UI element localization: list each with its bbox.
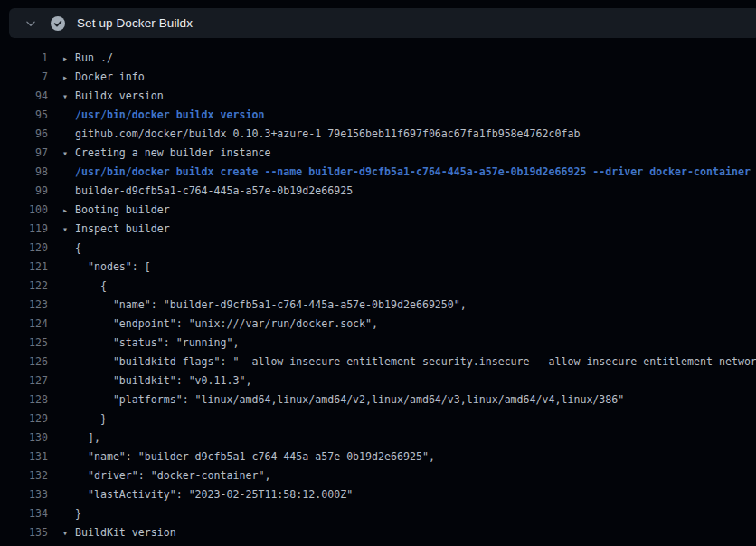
log-text: {	[75, 279, 107, 292]
line-number[interactable]: 136	[0, 542, 48, 546]
command-text: /usr/bin/docker buildx create --name bui…	[75, 165, 751, 178]
line-number[interactable]: 131	[0, 447, 48, 466]
line-number[interactable]: 100	[0, 201, 48, 220]
line-number[interactable]: 121	[0, 258, 48, 277]
log-line: 126 "buildkitd-flags": "--allow-insecure…	[0, 353, 756, 372]
log-text: "driver": "docker-container",	[75, 469, 270, 482]
step-header[interactable]: Set up Docker Buildx	[9, 8, 756, 38]
log-line: 133 "lastActivity": "2023-02-25T11:58:12…	[0, 485, 756, 504]
line-number[interactable]: 130	[0, 428, 48, 447]
line-number[interactable]: 123	[0, 296, 48, 315]
group-title[interactable]: Run ./	[75, 52, 113, 64]
log-line: 100▸Booting builder	[0, 201, 756, 220]
log-line: 125 "status": "running",	[0, 334, 756, 353]
line-number[interactable]: 135	[0, 523, 48, 542]
log-text: "buildkit": "v0.11.3",	[75, 374, 251, 387]
line-number[interactable]: 119	[0, 220, 48, 239]
step-title: Set up Docker Buildx	[77, 16, 193, 30]
log-line: 119▾Inspect builder	[0, 220, 756, 239]
log-line: 97▾Creating a new builder instance	[0, 144, 756, 163]
group-title[interactable]: BuildKit version	[75, 526, 176, 539]
log-viewer: 1▸Run ./7▸Docker info94▾Buildx version95…	[0, 38, 756, 546]
log-line: 134}	[0, 504, 756, 523]
group-title[interactable]: Creating a new builder instance	[75, 146, 270, 159]
log-text: "name": "builder-d9cfb5a1-c764-445a-a57e…	[75, 298, 467, 311]
log-line: 124 "endpoint": "unix:///var/run/docker.…	[0, 315, 756, 334]
command-text: /usr/bin/docker buildx version	[75, 108, 264, 121]
line-number[interactable]: 127	[0, 372, 48, 391]
line-number[interactable]: 98	[0, 163, 48, 182]
line-number[interactable]: 128	[0, 391, 48, 410]
line-number[interactable]: 96	[0, 125, 48, 144]
line-number[interactable]: 7	[0, 68, 48, 87]
log-text: {	[75, 241, 81, 254]
log-line: 7▸Docker info	[0, 68, 756, 87]
line-number[interactable]: 97	[0, 144, 48, 163]
log-text: "nodes": [	[75, 260, 151, 273]
log-line: 136builder-d9cfb5a1-c764-445a-a57e-0b19d…	[0, 542, 756, 546]
log-line: 99builder-d9cfb5a1-c764-445a-a57e-0b19d2…	[0, 182, 756, 201]
log-text: }	[75, 412, 107, 425]
line-number[interactable]: 122	[0, 277, 48, 296]
log-text: "endpoint": "unix:///var/run/docker.sock…	[75, 317, 378, 330]
group-title[interactable]: Booting builder	[75, 203, 170, 216]
line-number[interactable]: 134	[0, 504, 48, 523]
chevron-collapsed-icon[interactable]: ▸	[62, 201, 75, 220]
chevron-expanded-icon[interactable]: ▾	[62, 87, 75, 106]
line-number[interactable]: 95	[0, 106, 48, 125]
chevron-expanded-icon[interactable]: ▾	[62, 220, 75, 239]
log-line: 1▸Run ./	[0, 49, 756, 68]
log-text: ],	[75, 431, 100, 444]
log-line: 121 "nodes": [	[0, 258, 756, 277]
log-line: 96github.com/docker/buildx 0.10.3+azure-…	[0, 125, 756, 144]
line-number[interactable]: 124	[0, 315, 48, 334]
log-text: }	[75, 507, 81, 520]
log-line: 130 ],	[0, 428, 756, 447]
log-line: 135▾BuildKit version	[0, 523, 756, 542]
log-text: "lastActivity": "2023-02-25T11:58:12.000…	[75, 488, 353, 501]
log-line: 120{	[0, 239, 756, 258]
log-text: "name": "builder-d9cfb5a1-c764-445a-a57e…	[75, 450, 435, 463]
chevron-collapsed-icon[interactable]: ▸	[62, 49, 75, 68]
chevron-expanded-icon[interactable]: ▾	[62, 523, 75, 542]
log-text: "platforms": "linux/amd64,linux/amd64/v2…	[75, 393, 624, 406]
log-line: 95/usr/bin/docker buildx version	[0, 106, 756, 125]
line-number[interactable]: 133	[0, 485, 48, 504]
line-number[interactable]: 126	[0, 353, 48, 372]
log-text: builder-d9cfb5a1-c764-445a-a57e-0b19d2e6…	[75, 184, 353, 197]
chevron-down-icon[interactable]	[24, 16, 38, 31]
line-number[interactable]: 129	[0, 410, 48, 428]
group-title[interactable]: Docker info	[75, 71, 145, 83]
group-title[interactable]: Buildx version	[75, 89, 164, 102]
log-text: "status": "running",	[75, 336, 239, 349]
check-circle-icon	[51, 16, 65, 31]
log-line: 132 "driver": "docker-container",	[0, 466, 756, 485]
line-number[interactable]: 99	[0, 182, 48, 201]
log-line: 127 "buildkit": "v0.11.3",	[0, 372, 756, 391]
log-text: "buildkitd-flags": "--allow-insecure-ent…	[75, 355, 756, 368]
line-number[interactable]: 125	[0, 334, 48, 353]
group-title[interactable]: Inspect builder	[75, 222, 170, 235]
log-line: 128 "platforms": "linux/amd64,linux/amd6…	[0, 391, 756, 410]
line-number[interactable]: 120	[0, 239, 48, 258]
log-line: 123 "name": "builder-d9cfb5a1-c764-445a-…	[0, 296, 756, 315]
log-line: 129 }	[0, 410, 756, 428]
log-line: 131 "name": "builder-d9cfb5a1-c764-445a-…	[0, 447, 756, 466]
line-number[interactable]: 132	[0, 466, 48, 485]
chevron-collapsed-icon[interactable]: ▸	[62, 68, 75, 87]
log-line: 98/usr/bin/docker buildx create --name b…	[0, 163, 756, 182]
line-number[interactable]: 1	[0, 49, 48, 68]
log-line: 94▾Buildx version	[0, 87, 756, 106]
log-line: 122 {	[0, 277, 756, 296]
log-text: github.com/docker/buildx 0.10.3+azure-1 …	[75, 127, 580, 140]
line-number[interactable]: 94	[0, 87, 48, 106]
chevron-expanded-icon[interactable]: ▾	[62, 144, 75, 163]
